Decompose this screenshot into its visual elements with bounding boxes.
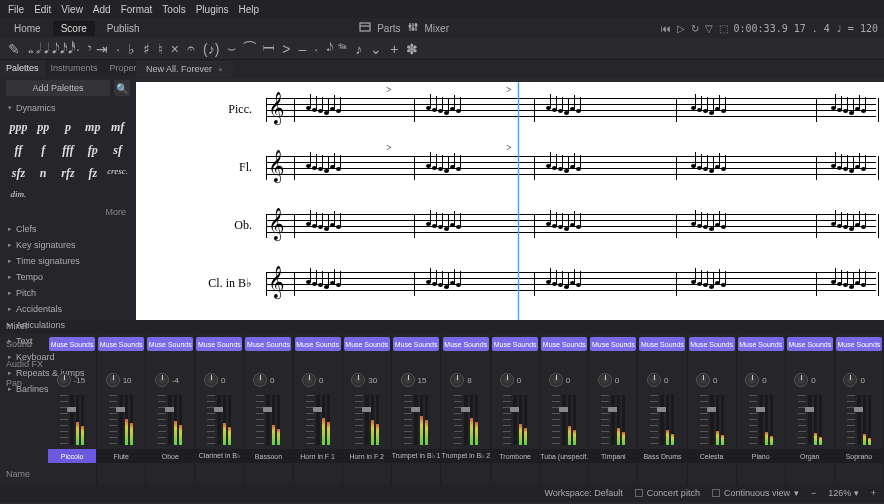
sound-slot[interactable]: Muse Sounds xyxy=(245,337,291,351)
add-icon[interactable]: + xyxy=(390,41,398,57)
pan-control[interactable]: 15 xyxy=(401,369,432,391)
search-icon[interactable]: 🔍 xyxy=(114,80,130,96)
fader[interactable] xyxy=(562,395,566,445)
pan-control[interactable]: 30 xyxy=(351,369,382,391)
fader[interactable] xyxy=(808,395,812,445)
note-group[interactable] xyxy=(691,152,726,184)
menu-view[interactable]: View xyxy=(61,4,83,15)
fader[interactable] xyxy=(217,395,221,445)
dyn-fff[interactable]: fff xyxy=(56,139,81,162)
dyn-rfz[interactable]: rfz xyxy=(56,162,81,185)
tool-pencil[interactable]: ✎ xyxy=(8,41,20,57)
strip-name[interactable]: Trombone xyxy=(491,449,539,463)
pan-control[interactable]: 0 xyxy=(696,369,727,391)
note-group[interactable] xyxy=(831,268,866,300)
note-group[interactable] xyxy=(426,152,461,184)
strip-name[interactable]: Clarinet in B♭ xyxy=(195,449,243,463)
palette-dynamics[interactable]: Dynamics xyxy=(0,100,136,116)
sharp-icon[interactable]: ♯ xyxy=(143,41,150,57)
note-group[interactable] xyxy=(831,152,866,184)
slur-icon[interactable]: ⌣ xyxy=(227,40,236,57)
tenuto-icon[interactable]: – xyxy=(298,41,306,57)
strip-name[interactable]: Piccolo xyxy=(48,449,96,463)
tie2-icon[interactable]: ⁀ xyxy=(244,41,255,57)
dyn-mf[interactable]: mf xyxy=(105,116,130,139)
fader[interactable] xyxy=(710,395,714,445)
fader[interactable] xyxy=(266,395,270,445)
tuplet-icon[interactable]: 𝆺𝅥𝅮 xyxy=(326,40,330,57)
dyn-f[interactable]: f xyxy=(31,139,56,162)
strip-name[interactable]: Soprano xyxy=(835,449,883,463)
dyn-fp[interactable]: fp xyxy=(80,139,105,162)
close-icon[interactable]: × xyxy=(218,65,223,74)
pan-control[interactable]: 0 xyxy=(302,369,333,391)
pan-control[interactable]: 8 xyxy=(450,369,481,391)
pan-knob[interactable] xyxy=(745,373,759,387)
pan-control[interactable]: 0 xyxy=(745,369,776,391)
voice-icon[interactable]: ♪ xyxy=(355,41,362,57)
fader[interactable] xyxy=(119,395,123,445)
fader[interactable] xyxy=(857,395,861,445)
fader[interactable] xyxy=(611,395,615,445)
staff-row[interactable]: Picc.𝄞>> xyxy=(136,88,884,132)
dyn-dim[interactable]: dim. xyxy=(6,185,31,203)
pan-knob[interactable] xyxy=(794,373,808,387)
menu-plugins[interactable]: Plugins xyxy=(196,4,229,15)
note-group[interactable] xyxy=(691,210,726,242)
note-group[interactable] xyxy=(691,94,726,126)
pan-knob[interactable] xyxy=(500,373,514,387)
strip-name[interactable]: Trumpet in B♭ 2 xyxy=(441,449,490,463)
note-group[interactable] xyxy=(546,94,581,126)
menu-add[interactable]: Add xyxy=(93,4,111,15)
continuous-view-toggle[interactable]: Continuous view ▾ xyxy=(712,488,799,498)
strip-name[interactable]: Bass Drums xyxy=(638,449,686,463)
palette-pitch[interactable]: Pitch xyxy=(0,285,136,301)
sound-slot[interactable]: Muse Sounds xyxy=(443,337,489,351)
note-group[interactable] xyxy=(306,152,341,184)
flat-icon[interactable]: ♭ xyxy=(128,41,135,57)
strip-name[interactable]: Bassoon xyxy=(244,449,292,463)
note-group[interactable] xyxy=(691,268,726,300)
sound-slot[interactable]: Muse Sounds xyxy=(787,337,833,351)
note-group[interactable] xyxy=(306,210,341,242)
pan-knob[interactable] xyxy=(598,373,612,387)
pan-knob[interactable] xyxy=(843,373,857,387)
pan-knob[interactable] xyxy=(106,373,120,387)
pan-control[interactable]: 10 xyxy=(106,369,137,391)
note-group[interactable] xyxy=(546,152,581,184)
play-icon[interactable]: ▷ xyxy=(677,23,685,34)
strip-name[interactable]: Trumpet in B♭ 1 xyxy=(392,449,441,463)
tempo-display[interactable]: ♩ = 120 xyxy=(836,23,878,34)
staff-row[interactable]: Cl. in B♭𝄞 xyxy=(136,262,884,306)
pan-knob[interactable] xyxy=(155,373,169,387)
pan-knob[interactable] xyxy=(57,373,71,387)
staff-row[interactable]: Fl.𝄞>> xyxy=(136,146,884,190)
pan-control[interactable]: 0 xyxy=(647,369,678,391)
tab-palettes[interactable]: Palettes xyxy=(0,60,45,76)
dyn-cresc[interactable]: cresc. xyxy=(105,162,130,185)
workspace-label[interactable]: Workspace: Default xyxy=(544,488,622,498)
concert-pitch-toggle[interactable]: Concert pitch xyxy=(635,488,700,498)
palette-accidentals[interactable]: Accidentals xyxy=(0,301,136,317)
menu-format[interactable]: Format xyxy=(121,4,153,15)
zoom-out-icon[interactable]: − xyxy=(811,488,816,498)
zoom-level[interactable]: 126% ▾ xyxy=(828,488,859,498)
note-group[interactable] xyxy=(831,94,866,126)
dot-icon[interactable]: · xyxy=(116,41,120,57)
sound-slot[interactable]: Muse Sounds xyxy=(147,337,193,351)
note-dot[interactable]: · xyxy=(76,41,80,57)
menu-tools[interactable]: Tools xyxy=(162,4,185,15)
pan-control[interactable]: 0 xyxy=(598,369,629,391)
dyn-pp[interactable]: pp xyxy=(31,116,56,139)
add-palettes-button[interactable]: Add Palettes xyxy=(6,80,110,96)
metronome-icon[interactable]: ▽ xyxy=(705,23,713,34)
flip-icon[interactable]: 𝆮 xyxy=(338,40,347,57)
strip-name[interactable]: Celesta xyxy=(688,449,736,463)
pan-knob[interactable] xyxy=(253,373,267,387)
fader[interactable] xyxy=(316,395,320,445)
palette-timesig[interactable]: Time signatures xyxy=(0,253,136,269)
sound-slot[interactable]: Muse Sounds xyxy=(196,337,242,351)
sound-slot[interactable]: Muse Sounds xyxy=(639,337,685,351)
pan-knob[interactable] xyxy=(204,373,218,387)
parts-button[interactable]: Parts xyxy=(377,23,400,34)
